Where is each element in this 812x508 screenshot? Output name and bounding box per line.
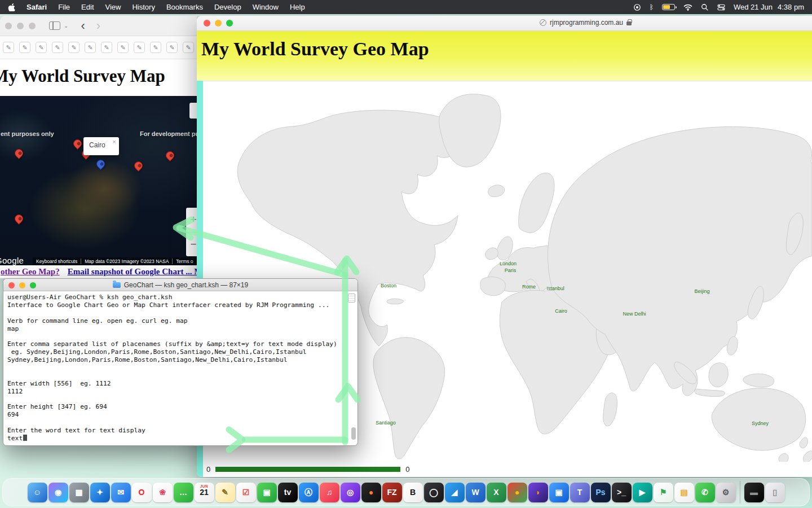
- dock-settings[interactable]: ⚙: [716, 483, 736, 502]
- dock-maps[interactable]: ⚑: [654, 483, 673, 502]
- window-minimize-button[interactable]: [19, 282, 25, 288]
- google-map[interactable]: ent purposes only For development purpos…: [0, 96, 197, 265]
- terminal-window[interactable]: GeoChart — ksh geo_chart.ksh — 87×19 use…: [3, 278, 358, 446]
- map-attribution-link[interactable]: Terms o: [173, 259, 197, 264]
- page-proxy-icon[interactable]: [348, 294, 355, 303]
- fullscreen-control[interactable]: [189, 103, 197, 119]
- dock-excel[interactable]: X: [487, 483, 506, 502]
- page-edit-icon[interactable]: ✎: [101, 42, 112, 53]
- dock-reminders[interactable]: ☑: [236, 483, 256, 502]
- dock-filezilla[interactable]: FZ: [382, 483, 402, 502]
- dock-notes[interactable]: ✎: [215, 483, 235, 502]
- menu-item-view[interactable]: View: [100, 3, 127, 11]
- menu-item-edit[interactable]: Edit: [76, 3, 99, 11]
- dock-safari[interactable]: ✦: [90, 483, 110, 502]
- dock-teams[interactable]: T: [570, 483, 590, 502]
- page-link[interactable]: other Geo Map?: [1, 267, 60, 277]
- city-label-cairo[interactable]: Cairo: [555, 308, 567, 314]
- window-zoom-button-inactive[interactable]: [29, 23, 36, 29]
- battery-icon[interactable]: [662, 4, 675, 10]
- dock-vscode[interactable]: ◢: [445, 483, 465, 502]
- dock-external-drive[interactable]: ▬: [744, 483, 764, 502]
- screen-record-icon[interactable]: [633, 3, 641, 11]
- city-label-boston[interactable]: Boston: [381, 283, 396, 288]
- wifi-icon[interactable]: [683, 4, 692, 11]
- page-edit-icon[interactable]: ✎: [117, 42, 129, 53]
- search-icon[interactable]: [701, 3, 709, 11]
- page-edit-icon[interactable]: ✎: [68, 42, 80, 53]
- control-center-icon[interactable]: [717, 4, 725, 11]
- menu-item-history[interactable]: History: [126, 3, 160, 11]
- menu-bar-clock[interactable]: Wed 21 Jun 4:38 pm: [734, 3, 804, 11]
- menu-item-window[interactable]: Window: [247, 3, 284, 11]
- dock-finder[interactable]: ☺: [28, 483, 47, 502]
- window-minimize-button-inactive[interactable]: [17, 23, 24, 29]
- bluetooth-icon[interactable]: ᛒ: [650, 3, 654, 11]
- dock-pages[interactable]: ▤: [674, 483, 694, 502]
- map-attribution-link[interactable]: Keyboard shortcuts: [33, 259, 81, 264]
- forward-button[interactable]: ›: [96, 20, 100, 32]
- map-pin-red[interactable]: [72, 138, 83, 150]
- menu-item-develop[interactable]: Develop: [209, 3, 247, 11]
- city-label-istanbul[interactable]: Istanbul: [546, 286, 564, 291]
- dock-terminal-app[interactable]: >_: [612, 483, 632, 502]
- city-label-sydney[interactable]: Sydney: [752, 421, 769, 426]
- dock-opera[interactable]: O: [132, 483, 152, 502]
- page-edit-icon[interactable]: ✎: [150, 42, 161, 53]
- page-edit-icon[interactable]: ✎: [3, 42, 14, 53]
- city-label-santiago[interactable]: Santiago: [376, 420, 396, 426]
- dock-photoshop[interactable]: Ps: [591, 483, 611, 502]
- dock-trash[interactable]: ▯: [765, 483, 785, 502]
- background-safari-window[interactable]: ⌄ ‹ › ✎✎✎✎✎✎✎✎✎✎✎✎ My World Survey Map e…: [0, 16, 197, 278]
- city-label-rome[interactable]: Rome: [522, 284, 536, 290]
- google-logo[interactable]: Google: [0, 256, 24, 265]
- page-edit-icon[interactable]: ✎: [85, 42, 96, 53]
- window-close-button-inactive[interactable]: [5, 23, 12, 29]
- menu-item-file[interactable]: File: [52, 3, 76, 11]
- dock-music[interactable]: ♫: [320, 483, 339, 502]
- dock-github[interactable]: ◯: [424, 483, 444, 502]
- map-pin-red[interactable]: [164, 150, 176, 161]
- sidebar-toggle-icon[interactable]: [49, 21, 60, 30]
- dock-launchpad[interactable]: ▦: [69, 483, 89, 502]
- dock-tv[interactable]: tv: [278, 483, 298, 502]
- dock-calendar[interactable]: JUN21: [195, 483, 214, 502]
- city-label-paris[interactable]: Paris: [505, 268, 517, 273]
- dock-firefox[interactable]: ◗: [528, 483, 548, 502]
- zoom-out-button[interactable]: −: [186, 233, 197, 257]
- apple-menu-icon[interactable]: [8, 3, 15, 11]
- window-close-button[interactable]: [204, 20, 210, 27]
- page-edit-icon[interactable]: ✎: [19, 42, 30, 53]
- dock-app-store[interactable]: Ⓐ: [299, 483, 319, 502]
- site-settings-icon[interactable]: [540, 19, 546, 26]
- dock-mail[interactable]: ✉: [111, 483, 131, 502]
- page-link[interactable]: Email snapshot of Google Chart ... M: [68, 267, 197, 277]
- page-edit-icon[interactable]: ✎: [36, 42, 47, 53]
- close-icon[interactable]: ×: [112, 138, 116, 145]
- dock-chrome[interactable]: ●: [508, 483, 527, 502]
- city-label-beijing[interactable]: Beijing: [694, 288, 709, 294]
- menu-item-bookmarks[interactable]: Bookmarks: [161, 3, 209, 11]
- chevron-down-icon[interactable]: ⌄: [64, 23, 68, 29]
- window-close-button[interactable]: [8, 282, 15, 288]
- window-zoom-button[interactable]: [226, 20, 233, 27]
- map-pin-red[interactable]: [133, 160, 144, 172]
- dock-phone[interactable]: ✆: [695, 483, 715, 502]
- map-pin-blue[interactable]: [95, 158, 107, 170]
- terminal-output[interactable]: user@Users-Air GeoChart % ksh geo_chart.…: [3, 292, 358, 445]
- map-pin-red[interactable]: [13, 147, 25, 159]
- dock-messages[interactable]: …: [174, 483, 193, 502]
- back-button[interactable]: ‹: [81, 20, 85, 32]
- window-zoom-button[interactable]: [30, 282, 36, 288]
- dock-siri[interactable]: ◉: [48, 483, 68, 502]
- city-label-new-delhi[interactable]: New Delhi: [623, 311, 646, 317]
- dock-play[interactable]: ▶: [633, 483, 652, 502]
- page-edit-icon[interactable]: ✎: [183, 42, 194, 53]
- menu-item-help[interactable]: Help: [284, 3, 311, 11]
- dock-bootstrap[interactable]: B: [403, 483, 423, 502]
- scrollbar-thumb[interactable]: [351, 427, 356, 440]
- page-edit-icon[interactable]: ✎: [52, 42, 63, 53]
- zoom-in-button[interactable]: +: [186, 208, 197, 233]
- dock-photos[interactable]: ❀: [153, 483, 173, 502]
- dock-word[interactable]: W: [466, 483, 486, 502]
